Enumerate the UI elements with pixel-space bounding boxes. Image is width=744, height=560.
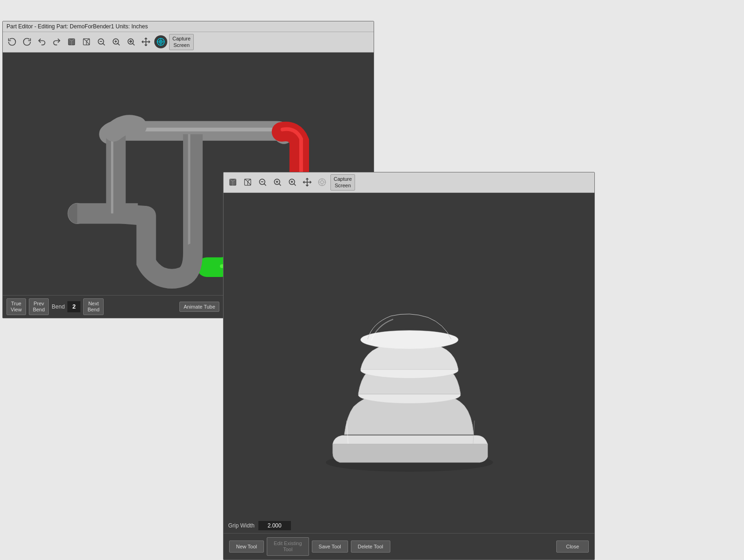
tool-capture-screen-btn[interactable]: Capture Screen: [330, 174, 355, 191]
bend-number-input[interactable]: [67, 301, 80, 312]
tool-editor-bottom-bar: New Tool Edit Existing Tool Save Tool De…: [224, 533, 594, 560]
bend-label: Bend: [52, 303, 65, 310]
box-solid-btn[interactable]: [65, 35, 78, 48]
tool-zoom-fit-btn[interactable]: [286, 176, 299, 189]
svg-line-11: [103, 44, 105, 46]
capture-screen-btn[interactable]: Capture Screen: [169, 34, 194, 50]
tool-box-wire-btn[interactable]: [241, 176, 254, 189]
delete-tool-btn[interactable]: Delete Tool: [351, 540, 390, 553]
svg-line-52: [294, 184, 296, 186]
redo-btn[interactable]: [50, 35, 63, 48]
tool-close-btn[interactable]: Close: [556, 540, 589, 553]
grip-width-input[interactable]: [258, 521, 291, 530]
svg-line-44: [264, 184, 266, 186]
part-editor-title: Part Editor - Editing Part: DemoForBende…: [7, 23, 148, 30]
edit-existing-tool-btn[interactable]: Edit Existing Tool: [267, 537, 309, 556]
part-editor-toolbar: Capture Screen: [3, 32, 374, 53]
svg-line-8: [86, 41, 90, 45]
tool-editor-window: Capture Screen: [223, 172, 595, 560]
tool-target-btn[interactable]: [316, 176, 329, 189]
svg-line-48: [279, 184, 281, 186]
svg-point-25: [160, 41, 161, 42]
save-tool-btn[interactable]: Save Tool: [312, 540, 348, 553]
svg-line-38: [244, 179, 248, 182]
svg-line-6: [86, 39, 90, 41]
animate-tube-btn[interactable]: Animate Tube: [179, 302, 219, 312]
tool-editor-toolbar: Capture Screen: [224, 172, 594, 193]
part-editor-titlebar: Part Editor - Editing Part: DemoForBende…: [3, 21, 374, 32]
svg-line-41: [248, 182, 251, 185]
true-view-btn[interactable]: True View: [7, 298, 26, 315]
new-tool-btn[interactable]: New Tool: [229, 540, 264, 553]
tool-pan-btn[interactable]: [301, 176, 314, 189]
tool-editor-viewport[interactable]: [224, 193, 594, 518]
svg-line-5: [83, 39, 86, 41]
zoom-fit-btn[interactable]: [125, 35, 138, 48]
grip-width-label: Grip Width: [228, 522, 255, 529]
svg-point-56: [321, 181, 324, 184]
rotate-left-btn[interactable]: [6, 35, 19, 48]
grip-width-row: Grip Width: [224, 518, 594, 533]
tool-box-solid-btn[interactable]: [226, 176, 239, 189]
pan-btn[interactable]: [139, 35, 152, 48]
tool-zoom-out-btn[interactable]: [256, 176, 269, 189]
prev-bend-btn[interactable]: Prev Bend: [29, 298, 49, 315]
box-wire-btn[interactable]: [80, 35, 93, 48]
svg-line-19: [132, 44, 134, 46]
zoom-in-btn[interactable]: [110, 35, 123, 48]
target-btn[interactable]: [154, 35, 167, 48]
svg-line-15: [118, 44, 119, 46]
rotate-up-btn[interactable]: [20, 35, 33, 48]
undo-btn[interactable]: [35, 35, 48, 48]
next-bend-btn[interactable]: Next Bend: [83, 298, 104, 315]
svg-line-39: [248, 179, 251, 182]
zoom-out-btn[interactable]: [95, 35, 108, 48]
tool-zoom-in-btn[interactable]: [271, 176, 284, 189]
